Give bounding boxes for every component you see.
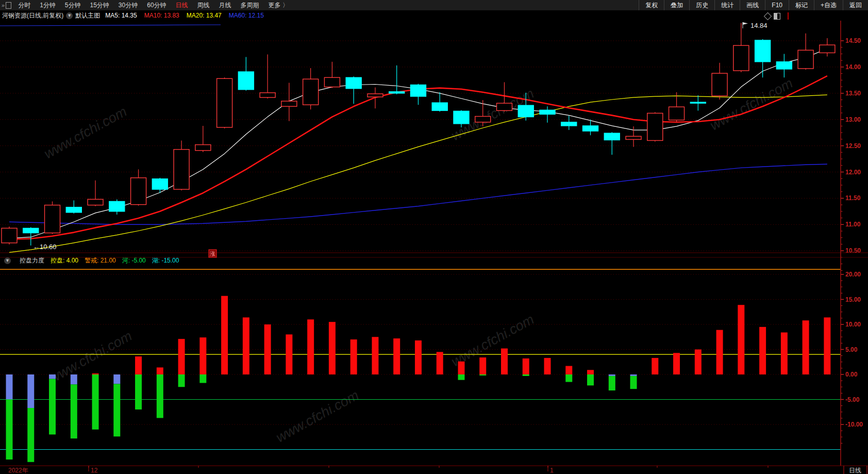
period-tab[interactable]: 多周期 [236, 1, 264, 10]
stock-title: 河钢资源(日线,前复权) [2, 11, 63, 20]
candle-down [346, 77, 361, 88]
indicator-field: 河: -5.00 [122, 256, 146, 265]
indicator-bar [113, 384, 120, 436]
indicator-bar [286, 334, 292, 374]
ma5-line [9, 48, 827, 238]
tool-button[interactable]: 复权 [639, 0, 664, 10]
indicator-bar [479, 374, 486, 375]
indicator-bar [523, 374, 529, 376]
price-axis-label: 11.00 [845, 221, 861, 228]
candle-up [798, 50, 813, 69]
rise-badge-text: 涨 [210, 251, 215, 257]
candle-up [647, 113, 663, 140]
cursor-caret [788, 12, 789, 20]
price-axis-label: 14.00 [845, 63, 861, 71]
indicator-bar [565, 366, 572, 374]
indicator-bar [6, 374, 13, 400]
candle-down [561, 122, 577, 126]
candle-up [303, 79, 319, 105]
indicator-bar [738, 305, 744, 374]
indicator-bar [6, 400, 13, 460]
candle-up [820, 45, 835, 53]
period-tab[interactable]: 60分钟 [142, 1, 171, 10]
indicator-bar [673, 353, 680, 374]
indicator-axis-label: -5.00 [845, 396, 860, 403]
tool-button[interactable]: F10 [765, 0, 789, 10]
subbar-icons [765, 12, 789, 20]
period-tab[interactable]: 周线 [193, 1, 214, 10]
indicator-bar [544, 358, 551, 374]
candle-up [131, 178, 146, 205]
ma-legend: MA5: 14.35MA10: 13.83MA20: 13.47MA60: 12… [105, 12, 264, 19]
chevron-down-icon[interactable]: ▼ [66, 12, 73, 19]
tool-button[interactable]: +自选 [814, 0, 843, 10]
tool-button[interactable]: 叠加 [664, 0, 689, 10]
indicator-bar [609, 376, 615, 390]
indicator-axis-label: 0.00 [845, 371, 858, 378]
candle-up [324, 77, 340, 87]
indicator-bar [587, 374, 594, 385]
indicator-bar [458, 362, 464, 374]
candle-up [733, 45, 749, 71]
indicator-field: 控盘: 4.00 [51, 256, 78, 265]
chart-style-label[interactable]: 默认主图 [75, 11, 100, 20]
candle-up [174, 150, 189, 189]
chart-info-bar: 河钢资源(日线,前复权) ▼ 默认主图 MA5: 14.35MA10: 13.8… [0, 10, 868, 21]
split-square-icon[interactable] [774, 13, 780, 20]
candle-down [690, 102, 706, 103]
period-tab[interactable]: 1分钟 [35, 1, 60, 10]
ma-label: MA60: 12.15 [229, 12, 264, 19]
period-tab[interactable]: 分时 [13, 1, 35, 10]
indicator-chevron-icon[interactable]: ▼ [4, 257, 11, 264]
candle-up [496, 103, 512, 110]
candle-up [2, 228, 17, 243]
period-tab[interactable]: 5分钟 [60, 1, 86, 10]
indicator-bar [824, 317, 830, 374]
candle-down [389, 92, 405, 93]
indicator-axis-label: -10.00 [845, 421, 863, 428]
candle-up [669, 107, 685, 120]
indicator-bar [71, 374, 77, 384]
tool-button[interactable]: 历史 [689, 0, 714, 10]
indicator-bar [307, 319, 314, 374]
candle-down [23, 228, 39, 233]
window-icon[interactable]: » [2, 2, 11, 9]
candle-down [540, 110, 555, 114]
tool-button[interactable]: 标记 [789, 0, 814, 10]
indicator-bar [199, 337, 206, 374]
period-tabs: 分时1分钟5分钟15分钟30分钟60分钟日线周线月线多周期更多 〉 [13, 0, 293, 10]
ma-label: MA10: 13.83 [144, 12, 179, 19]
indicator-bar [49, 379, 56, 435]
period-tab[interactable]: 15分钟 [86, 1, 114, 10]
indicator-bar [135, 356, 142, 374]
indicator-bar [393, 338, 400, 374]
diamond-icon[interactable] [764, 12, 772, 20]
reference-line [0, 25, 221, 26]
tool-button[interactable]: 统计 [714, 0, 740, 10]
indicator-bar [695, 350, 702, 375]
price-axis-label: 13.50 [845, 90, 861, 97]
indicator-bar [157, 367, 163, 374]
period-tab[interactable]: 更多 〉 [264, 1, 293, 10]
period-tab[interactable]: 日线 [171, 1, 193, 10]
top-toolbar: » 分时1分钟5分钟15分钟30分钟60分钟日线周线月线多周期更多 〉 复权叠加… [0, 0, 868, 10]
period-corner-label: 日线 [849, 467, 861, 474]
ma20-line [9, 95, 827, 252]
candle-up [260, 93, 275, 97]
tool-button[interactable]: 返回 [843, 0, 868, 10]
toolbar-right: 复权叠加历史统计画线F10标记+自选返回 [639, 0, 868, 10]
candle-up [712, 73, 727, 96]
candle-down [604, 133, 620, 140]
chart-canvas[interactable]: www.cfchi.comwww.cfchi.comwww.cfchi.comw… [0, 21, 868, 474]
watermark: www.cfchi.com [273, 387, 361, 446]
indicator-bar [27, 374, 34, 408]
indicator-bar [565, 374, 572, 382]
indicator-axis-label: 15.00 [845, 296, 861, 303]
tool-button[interactable]: 画线 [740, 0, 765, 10]
indicator-bar [49, 374, 56, 379]
period-tab[interactable]: 30分钟 [114, 1, 142, 10]
period-tab[interactable]: 月线 [214, 1, 236, 10]
candle-down [518, 105, 533, 117]
indicator-bar [243, 317, 249, 374]
indicator-bar [437, 352, 443, 374]
